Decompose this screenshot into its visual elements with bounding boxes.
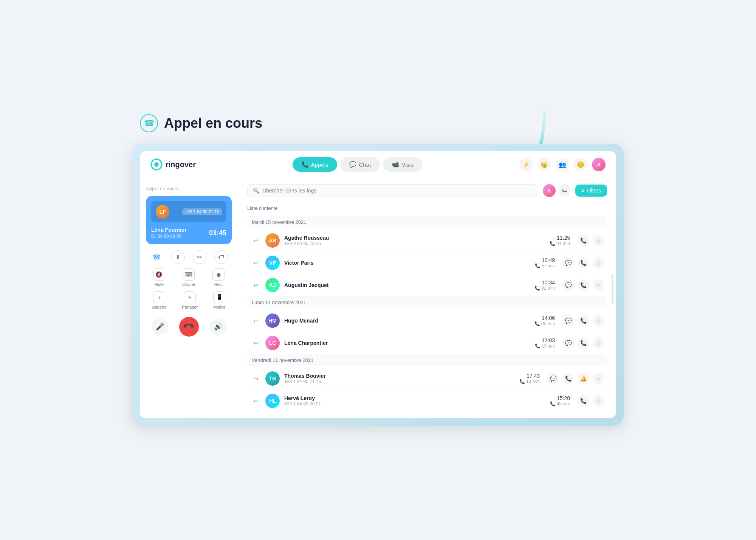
star-action-btn[interactable]: ☆ <box>593 373 604 384</box>
call-row-0-0[interactable]: ↩ AR Agathe Rousseau +33 9 80 80 78 36 1… <box>247 230 607 252</box>
chat-action-btn[interactable]: 💬 <box>562 315 574 326</box>
contact-info: Augustin Jacquet <box>284 282 520 288</box>
tab-chat[interactable]: 💬 Chat <box>340 157 380 172</box>
user-avatar[interactable]: A <box>592 158 606 171</box>
contact-name: Hugo Menard <box>284 318 520 324</box>
page-title: Appel en cours <box>164 115 262 131</box>
rec-button[interactable]: ⏺ Rec. <box>212 268 225 287</box>
call-row-0-2[interactable]: ↩ AJ Augustin Jacquet 10:34 📞 01 min <box>247 274 607 296</box>
call-action-btn[interactable]: 📞 <box>578 395 589 407</box>
clavier-button[interactable]: ⌨ Clavier <box>182 268 195 287</box>
row-actions: 💬 📞 ☆ <box>562 337 604 349</box>
main-content: Appel en cours... LF +33 1 84 80 71 76 L… <box>140 178 616 418</box>
row-actions: 💬 📞 ☆ <box>562 279 604 291</box>
call-row-0-1[interactable]: ↩ VP Victor Paris 10:49 📞 57 sec <box>247 252 607 274</box>
search-input[interactable] <box>262 188 533 194</box>
contact-number: +33 9 80 80 78 36 <box>284 241 535 246</box>
call-action-btn[interactable]: 📞 <box>578 315 589 326</box>
appeler-button[interactable]: + Appeler <box>152 291 166 309</box>
rec-icon: ⏺ <box>212 268 225 281</box>
mic-toggle-button[interactable]: 🎤 <box>152 318 168 335</box>
star-action-btn[interactable]: ☆ <box>593 279 604 291</box>
appels-icon: 📞 <box>302 161 309 168</box>
duration-icon: 📞 <box>535 263 541 268</box>
callback-icon: ☎ <box>150 250 163 264</box>
lightning-button[interactable]: ⚡ <box>519 158 533 171</box>
svg-point-1 <box>154 162 159 167</box>
chat-action-btn[interactable]: 💬 <box>547 373 559 384</box>
call-type-icon: ↩ <box>250 235 261 246</box>
row-actions: 💬 📞 🔔 ☆ <box>547 373 604 384</box>
caller-name: Léna Fournier <box>151 227 186 233</box>
tab-visio[interactable]: 📹 Visio <box>383 157 423 172</box>
pause-button[interactable]: ⏸ <box>171 250 185 264</box>
call-controls-row-1: ☎ ⏸ ✏ 🏷 <box>146 250 232 264</box>
call-action-btn[interactable]: 📞 <box>562 373 574 384</box>
call-type-icon: ↩ <box>250 258 261 268</box>
filter-button[interactable]: ≡ Filtres <box>575 185 607 197</box>
star-action-btn[interactable]: ☆ <box>593 315 604 326</box>
clavier-icon: ⌨ <box>183 268 195 281</box>
duration-icon: 📞 <box>535 343 541 349</box>
contact-avatar: HL <box>265 394 280 408</box>
call-time: 15:20 <box>540 395 570 401</box>
appels-label: Appels <box>311 161 328 168</box>
mic-icon: 🎤 <box>156 323 164 331</box>
header-icon: ☎ <box>140 114 158 132</box>
chat-action-btn[interactable]: 💬 <box>562 257 574 268</box>
visio-label: Visio <box>401 161 414 168</box>
edit-button[interactable]: ✏ <box>193 250 206 264</box>
call-duration: 📞 57 sec <box>525 263 555 268</box>
mobile-icon: 📱 <box>213 291 225 303</box>
star-action-btn[interactable]: ☆ <box>593 395 604 407</box>
partager-label: Partager <box>182 305 198 309</box>
call-time: 17:43 <box>510 373 540 379</box>
tag-button[interactable]: 🏷 <box>214 250 228 264</box>
call-action-btn[interactable]: 📞 <box>578 235 589 246</box>
call-row-1-0[interactable]: ↩ HM Hugo Menard 14:06 📞 05 min <box>247 310 607 332</box>
star-action-btn[interactable]: ☆ <box>593 257 604 268</box>
speaker-icon: 🔊 <box>214 323 222 331</box>
team-button[interactable]: 👥 <box>556 158 569 171</box>
star-action-btn[interactable]: ☆ <box>593 337 604 349</box>
call-timer: 03:45 <box>209 229 226 237</box>
caller-number: 01 84 80 08 00 <box>151 234 181 239</box>
mobile-button[interactable]: 📱 Mobile <box>213 291 225 309</box>
call-type-icon: ↩ <box>250 280 261 290</box>
star-action-btn[interactable]: ☆ <box>593 235 604 246</box>
duration-icon: 📞 <box>534 321 540 326</box>
call-action-btn[interactable]: 📞 <box>578 337 589 349</box>
search-filter-row: 🔍 A 🏷 ≡ Filtres <box>247 184 607 197</box>
emoji-button[interactable]: 😊 <box>574 158 587 171</box>
call-row-1-1[interactable]: ↩ LC Léna Charpentier 12:03 📞 13 sec <box>247 332 607 354</box>
logo-area: ringover <box>150 158 196 171</box>
call-row-2-0[interactable]: ↪ TB Thomas Bouvier +33 1 84 80 71 76 17… <box>247 368 607 390</box>
callback-button[interactable]: ☎ <box>150 250 163 264</box>
tab-appels[interactable]: 📞 Appels <box>293 157 338 172</box>
hangup-button[interactable]: 📞 <box>179 317 199 337</box>
call-panel: Appel en cours... LF +33 1 84 80 71 76 L… <box>140 178 238 418</box>
mute-button[interactable]: 🔇 Mute <box>153 268 165 287</box>
contact-name: Agathe Rousseau <box>284 235 535 241</box>
partager-button[interactable]: ⤷ Partager <box>182 291 198 309</box>
contact-info: Agathe Rousseau +33 9 80 80 78 36 <box>284 235 535 246</box>
tag-icon: 🏷 <box>214 250 228 264</box>
filter-user-avatar[interactable]: A <box>543 184 556 197</box>
crown-button[interactable]: 👑 <box>538 158 551 171</box>
speaker-button[interactable]: 🔊 <box>210 318 226 335</box>
chat-action-btn[interactable]: 💬 <box>562 279 574 291</box>
call-type-icon: ↩ <box>250 315 261 326</box>
filter-label: Filtres <box>587 188 601 194</box>
caller-avatar: LF <box>156 205 169 219</box>
ringover-logo-icon <box>150 158 163 171</box>
mute-icon: 🔇 <box>153 268 165 281</box>
chat-action-btn[interactable]: 💬 <box>562 337 574 349</box>
call-row-2-1[interactable]: ↩ HL Hervé Leroy +33 1 84 80 20 91 15:20… <box>247 390 607 412</box>
lightning-icon: ⚡ <box>522 161 530 168</box>
contact-avatar: LC <box>265 336 280 350</box>
filter-tag-icon[interactable]: 🏷 <box>558 184 571 197</box>
call-action-btn[interactable]: 📞 <box>578 279 589 291</box>
call-time-info: 10:49 📞 57 sec <box>525 257 555 268</box>
call-action-btn[interactable]: 📞 <box>578 257 589 268</box>
bell-action-btn[interactable]: 🔔 <box>578 373 589 384</box>
